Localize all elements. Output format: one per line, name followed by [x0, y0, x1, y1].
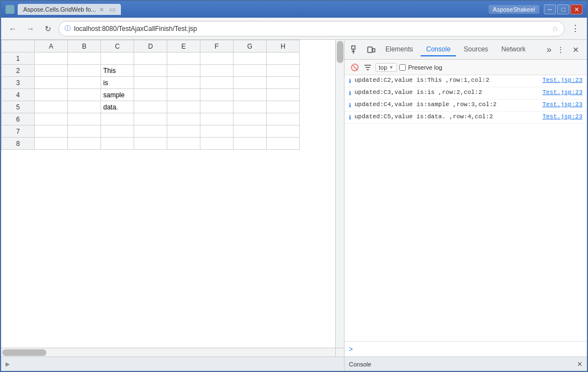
cell[interactable] [267, 125, 300, 138]
cell[interactable] [200, 53, 234, 65]
devtools-settings-button[interactable]: ⋮ [554, 43, 567, 56]
cell[interactable] [68, 77, 101, 89]
cell[interactable] [234, 77, 267, 89]
log-source[interactable]: Test.jsp:23 [542, 101, 582, 108]
menu-button[interactable]: ⋮ [568, 22, 582, 36]
cell[interactable] [35, 77, 68, 89]
console-tab-label[interactable]: Console [349, 361, 371, 368]
cell[interactable] [234, 89, 267, 101]
back-button[interactable]: ← [6, 22, 20, 36]
cell[interactable] [167, 101, 200, 113]
cell[interactable] [200, 125, 234, 138]
cell[interactable] [101, 53, 134, 65]
filter-button[interactable] [362, 62, 373, 73]
url-input[interactable] [74, 25, 548, 33]
horizontal-scrollbar[interactable] [1, 348, 335, 357]
cell[interactable] [267, 53, 300, 65]
horizontal-scroll-thumb[interactable] [2, 349, 46, 356]
cell[interactable] [267, 101, 300, 113]
vertical-scrollbar[interactable] [335, 40, 344, 348]
cell[interactable] [134, 89, 167, 101]
bottom-close-button[interactable]: ✕ [577, 360, 582, 368]
cell[interactable] [267, 89, 300, 101]
cell[interactable] [267, 77, 300, 89]
col-header-e: E [167, 40, 200, 53]
cell[interactable] [68, 89, 101, 101]
cell[interactable] [68, 138, 101, 150]
devtools-close-button[interactable]: ✕ [569, 44, 582, 55]
cell[interactable]: data. [101, 101, 134, 113]
cell[interactable] [134, 125, 167, 138]
address-bar[interactable]: ⓘ ☆ [59, 21, 565, 36]
cell[interactable] [167, 113, 200, 125]
cell[interactable] [101, 125, 134, 138]
cell[interactable] [234, 138, 267, 150]
cell[interactable] [267, 113, 300, 125]
cell[interactable] [134, 53, 167, 65]
preserve-log-checkbox[interactable] [399, 64, 406, 71]
cell[interactable] [167, 77, 200, 89]
cell[interactable] [200, 65, 234, 77]
cell[interactable] [35, 89, 68, 101]
cell[interactable] [200, 113, 234, 125]
cell[interactable] [134, 113, 167, 125]
cell[interactable]: sample [101, 89, 134, 101]
cell[interactable] [234, 113, 267, 125]
cell[interactable] [267, 65, 300, 77]
context-filter[interactable]: top ▼ [375, 63, 397, 72]
cell[interactable] [167, 138, 200, 150]
forward-button[interactable]: → [23, 22, 38, 36]
cell[interactable] [68, 113, 101, 125]
cell[interactable] [35, 101, 68, 113]
cell[interactable] [234, 53, 267, 65]
cell[interactable]: is [101, 77, 134, 89]
cell[interactable] [234, 65, 267, 77]
bookmark-icon[interactable]: ☆ [552, 24, 559, 33]
close-button[interactable]: ✕ [570, 4, 582, 14]
cell[interactable] [101, 138, 134, 150]
cell[interactable] [200, 89, 234, 101]
tab-sources[interactable]: Sources [458, 43, 494, 56]
cell[interactable] [68, 101, 101, 113]
tab-close-btn[interactable]: ✕ [99, 7, 104, 13]
cell[interactable] [101, 113, 134, 125]
cell[interactable] [200, 101, 234, 113]
active-tab[interactable]: Aspose.Cells.GridWeb fo... ✕ ▭ [18, 4, 121, 15]
log-source[interactable]: Test.jsp:23 [542, 113, 582, 120]
tab-network[interactable]: Network [496, 43, 531, 56]
cell[interactable] [167, 65, 200, 77]
cell[interactable] [200, 138, 234, 150]
more-tabs-button[interactable]: » [547, 45, 552, 55]
device-mode-button[interactable] [364, 43, 378, 56]
maximize-button[interactable]: □ [557, 4, 569, 14]
cell[interactable] [234, 101, 267, 113]
reload-button[interactable]: ↻ [41, 22, 55, 36]
cell[interactable] [35, 65, 68, 77]
tab-elements[interactable]: Elements [380, 43, 419, 56]
clear-console-button[interactable]: 🚫 [349, 62, 360, 73]
inspect-element-button[interactable] [349, 43, 362, 56]
vertical-scroll-thumb[interactable] [337, 41, 343, 63]
cell[interactable] [35, 113, 68, 125]
tab-console[interactable]: Console [421, 43, 456, 56]
cell[interactable] [167, 125, 200, 138]
log-source[interactable]: Test.jsp:23 [542, 77, 582, 83]
cell[interactable] [134, 65, 167, 77]
cell[interactable] [35, 138, 68, 150]
cell[interactable] [134, 138, 167, 150]
cell[interactable] [167, 89, 200, 101]
cell[interactable] [68, 65, 101, 77]
cell[interactable] [167, 53, 200, 65]
cell[interactable] [234, 125, 267, 138]
minimize-button[interactable]: ─ [544, 4, 556, 14]
cell[interactable]: This [101, 65, 134, 77]
cell[interactable] [267, 138, 300, 150]
cell[interactable] [68, 53, 101, 65]
log-source[interactable]: Test.jsp:23 [542, 89, 582, 96]
cell[interactable] [35, 125, 68, 138]
cell[interactable] [134, 77, 167, 89]
cell[interactable] [134, 101, 167, 113]
cell[interactable] [200, 77, 234, 89]
cell[interactable] [68, 125, 101, 138]
cell[interactable] [35, 53, 68, 65]
